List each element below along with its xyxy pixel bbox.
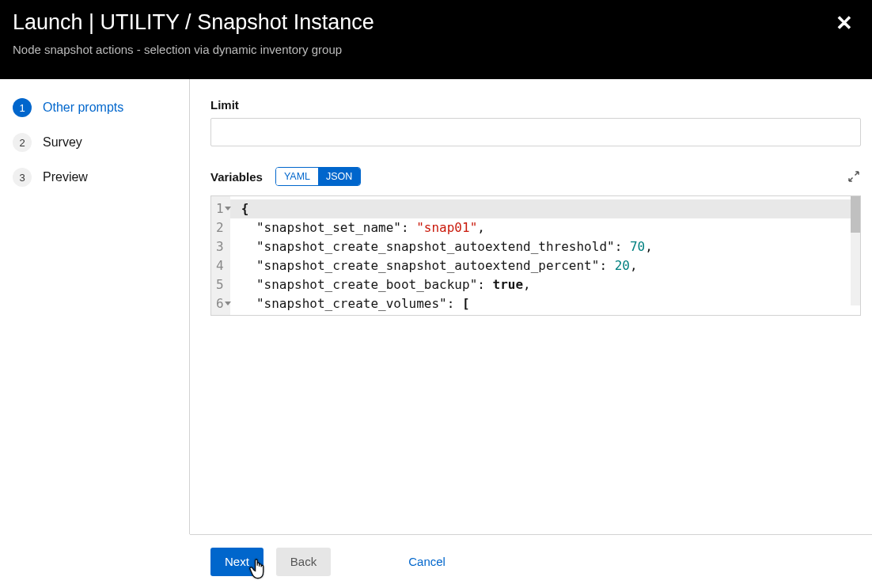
step-label: Preview	[43, 170, 88, 184]
modal-title: Launch | UTILITY / Snapshot Instance	[13, 9, 859, 35]
toggle-json[interactable]: JSON	[318, 168, 360, 185]
modal-header: Launch | UTILITY / Snapshot Instance Nod…	[0, 0, 872, 79]
editor-gutter: 123456	[211, 196, 230, 315]
cancel-button[interactable]: Cancel	[394, 548, 460, 576]
wizard-sidebar: 1Other prompts2Survey3Preview	[0, 79, 190, 534]
line-number: 4	[216, 256, 224, 275]
line-number: 6	[216, 294, 224, 313]
step-number: 1	[13, 98, 32, 117]
expand-icon[interactable]	[847, 169, 861, 184]
modal-subtitle: Node snapshot actions - selection via dy…	[13, 43, 859, 56]
line-number: 2	[216, 218, 224, 237]
code-line[interactable]: {	[230, 199, 860, 218]
wizard-step-3[interactable]: 3Preview	[13, 168, 176, 187]
editor-scrollbar-track[interactable]	[851, 196, 860, 305]
code-editor[interactable]: 123456 { "snapshot_set_name": "snap01", …	[210, 195, 861, 316]
step-number: 3	[13, 168, 32, 187]
wizard-step-1[interactable]: 1Other prompts	[13, 98, 176, 117]
step-label: Survey	[43, 135, 82, 150]
code-line[interactable]: "snapshot_create_volumes": [	[241, 294, 855, 313]
wizard-content: Limit Variables YAML JSON 123456 { "snap…	[190, 79, 872, 534]
close-icon[interactable]: ✕	[836, 11, 853, 36]
code-line[interactable]: "snapshot_set_name": "snap01",	[241, 218, 855, 237]
line-number: 5	[216, 275, 224, 294]
wizard-step-2[interactable]: 2Survey	[13, 133, 176, 152]
line-number: 3	[216, 237, 224, 256]
editor-scrollbar-thumb[interactable]	[851, 196, 860, 233]
format-toggle: YAML JSON	[275, 167, 361, 186]
code-line[interactable]: "snapshot_create_snapshot_autoextend_per…	[241, 256, 855, 275]
code-line[interactable]: "snapshot_create_snapshot_autoextend_thr…	[241, 237, 855, 256]
step-label: Other prompts	[43, 101, 123, 115]
wizard-footer: Next Back Cancel	[190, 534, 872, 588]
limit-input[interactable]	[210, 118, 861, 146]
line-number: 1	[216, 199, 224, 218]
step-number: 2	[13, 133, 32, 152]
editor-code[interactable]: { "snapshot_set_name": "snap01", "snapsh…	[230, 196, 860, 315]
code-line[interactable]: "snapshot_create_boot_backup": true,	[241, 275, 855, 294]
back-button[interactable]: Back	[276, 548, 331, 576]
limit-label: Limit	[210, 98, 861, 112]
next-button[interactable]: Next	[210, 548, 263, 576]
variables-label: Variables	[210, 170, 263, 184]
toggle-yaml[interactable]: YAML	[276, 168, 318, 185]
